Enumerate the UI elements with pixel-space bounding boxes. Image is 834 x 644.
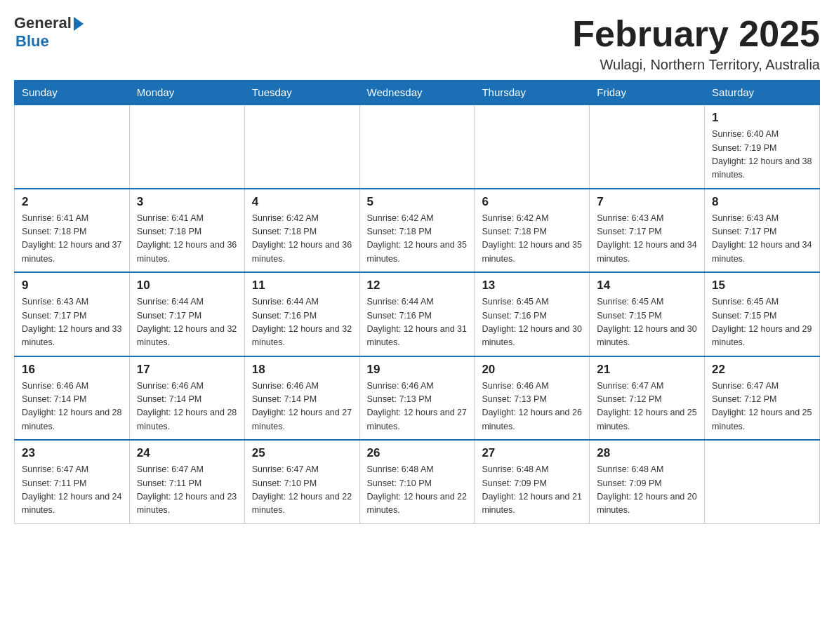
logo-general-text: General: [14, 14, 72, 32]
calendar-cell: 17Sunrise: 6:46 AM Sunset: 7:14 PM Dayli…: [129, 356, 244, 441]
calendar-week-row: 16Sunrise: 6:46 AM Sunset: 7:14 PM Dayli…: [15, 356, 820, 441]
calendar-cell: 20Sunrise: 6:46 AM Sunset: 7:13 PM Dayli…: [475, 356, 590, 441]
day-number: 24: [137, 446, 237, 460]
day-info: Sunrise: 6:48 AM Sunset: 7:09 PM Dayligh…: [597, 463, 697, 518]
day-info: Sunrise: 6:41 AM Sunset: 7:18 PM Dayligh…: [22, 212, 122, 267]
calendar-cell: 27Sunrise: 6:48 AM Sunset: 7:09 PM Dayli…: [475, 440, 590, 523]
day-number: 17: [137, 363, 237, 377]
calendar-cell: [244, 105, 359, 189]
day-info: Sunrise: 6:46 AM Sunset: 7:13 PM Dayligh…: [482, 380, 582, 434]
calendar-cell: 26Sunrise: 6:48 AM Sunset: 7:10 PM Dayli…: [359, 440, 475, 523]
calendar-cell: 1Sunrise: 6:40 AM Sunset: 7:19 PM Daylig…: [705, 105, 820, 189]
page-header: General Blue February 2025 Wulagi, North…: [14, 14, 820, 73]
day-info: Sunrise: 6:46 AM Sunset: 7:14 PM Dayligh…: [22, 380, 122, 434]
calendar-cell: [705, 440, 820, 523]
day-info: Sunrise: 6:44 AM Sunset: 7:16 PM Dayligh…: [252, 295, 352, 350]
calendar-cell: 16Sunrise: 6:46 AM Sunset: 7:14 PM Dayli…: [15, 356, 130, 441]
calendar-cell: 13Sunrise: 6:45 AM Sunset: 7:16 PM Dayli…: [475, 272, 590, 356]
calendar-cell: 28Sunrise: 6:48 AM Sunset: 7:09 PM Dayli…: [590, 440, 705, 523]
calendar-cell: [359, 105, 475, 189]
day-info: Sunrise: 6:46 AM Sunset: 7:14 PM Dayligh…: [137, 380, 237, 434]
day-number: 9: [22, 279, 122, 293]
calendar-week-row: 1Sunrise: 6:40 AM Sunset: 7:19 PM Daylig…: [15, 105, 820, 189]
day-number: 13: [482, 279, 582, 293]
calendar-cell: 2Sunrise: 6:41 AM Sunset: 7:18 PM Daylig…: [15, 189, 130, 273]
day-number: 26: [367, 446, 468, 460]
day-number: 1: [712, 111, 812, 125]
day-info: Sunrise: 6:45 AM Sunset: 7:16 PM Dayligh…: [482, 295, 582, 350]
day-number: 25: [252, 446, 352, 460]
day-number: 3: [137, 195, 237, 209]
calendar-cell: 25Sunrise: 6:47 AM Sunset: 7:10 PM Dayli…: [244, 440, 359, 523]
month-title: February 2025: [572, 14, 820, 54]
day-number: 23: [22, 446, 122, 460]
day-info: Sunrise: 6:48 AM Sunset: 7:09 PM Dayligh…: [482, 463, 582, 518]
calendar-cell: 11Sunrise: 6:44 AM Sunset: 7:16 PM Dayli…: [244, 272, 359, 356]
day-info: Sunrise: 6:47 AM Sunset: 7:10 PM Dayligh…: [252, 463, 352, 518]
day-number: 14: [597, 279, 697, 293]
logo-blue-text: Blue: [15, 32, 49, 51]
day-info: Sunrise: 6:45 AM Sunset: 7:15 PM Dayligh…: [712, 295, 812, 350]
day-info: Sunrise: 6:46 AM Sunset: 7:14 PM Dayligh…: [252, 380, 352, 434]
calendar-cell: 4Sunrise: 6:42 AM Sunset: 7:18 PM Daylig…: [244, 189, 359, 273]
day-info: Sunrise: 6:43 AM Sunset: 7:17 PM Dayligh…: [597, 212, 697, 267]
calendar-cell: 8Sunrise: 6:43 AM Sunset: 7:17 PM Daylig…: [705, 189, 820, 273]
calendar-cell: 14Sunrise: 6:45 AM Sunset: 7:15 PM Dayli…: [590, 272, 705, 356]
day-number: 27: [482, 446, 582, 460]
day-number: 12: [367, 279, 468, 293]
day-of-week-header: Saturday: [705, 81, 820, 105]
calendar-table: SundayMondayTuesdayWednesdayThursdayFrid…: [14, 80, 820, 524]
day-number: 6: [482, 195, 582, 209]
calendar-cell: 3Sunrise: 6:41 AM Sunset: 7:18 PM Daylig…: [129, 189, 244, 273]
day-number: 11: [252, 279, 352, 293]
day-info: Sunrise: 6:41 AM Sunset: 7:18 PM Dayligh…: [137, 212, 237, 267]
logo-arrow-icon: [74, 17, 84, 31]
day-info: Sunrise: 6:44 AM Sunset: 7:16 PM Dayligh…: [367, 295, 468, 350]
day-of-week-header: Thursday: [475, 81, 590, 105]
day-info: Sunrise: 6:47 AM Sunset: 7:11 PM Dayligh…: [137, 463, 237, 518]
day-number: 28: [597, 446, 697, 460]
calendar-cell: 5Sunrise: 6:42 AM Sunset: 7:18 PM Daylig…: [359, 189, 475, 273]
day-of-week-header: Monday: [129, 81, 244, 105]
calendar-cell: 23Sunrise: 6:47 AM Sunset: 7:11 PM Dayli…: [15, 440, 130, 523]
day-number: 21: [597, 363, 697, 377]
day-number: 2: [22, 195, 122, 209]
day-info: Sunrise: 6:42 AM Sunset: 7:18 PM Dayligh…: [367, 212, 468, 267]
calendar-cell: [590, 105, 705, 189]
calendar-week-row: 9Sunrise: 6:43 AM Sunset: 7:17 PM Daylig…: [15, 272, 820, 356]
day-number: 4: [252, 195, 352, 209]
calendar-cell: 19Sunrise: 6:46 AM Sunset: 7:13 PM Dayli…: [359, 356, 475, 441]
calendar-week-row: 23Sunrise: 6:47 AM Sunset: 7:11 PM Dayli…: [15, 440, 820, 523]
day-info: Sunrise: 6:46 AM Sunset: 7:13 PM Dayligh…: [367, 380, 468, 434]
day-info: Sunrise: 6:45 AM Sunset: 7:15 PM Dayligh…: [597, 295, 697, 350]
day-number: 7: [597, 195, 697, 209]
day-info: Sunrise: 6:43 AM Sunset: 7:17 PM Dayligh…: [22, 295, 122, 350]
day-info: Sunrise: 6:47 AM Sunset: 7:12 PM Dayligh…: [712, 380, 812, 434]
calendar-week-row: 2Sunrise: 6:41 AM Sunset: 7:18 PM Daylig…: [15, 189, 820, 273]
day-number: 8: [712, 195, 812, 209]
location-label: Wulagi, Northern Territory, Australia: [572, 57, 820, 73]
day-of-week-header: Tuesday: [244, 81, 359, 105]
calendar-cell: 10Sunrise: 6:44 AM Sunset: 7:17 PM Dayli…: [129, 272, 244, 356]
calendar-cell: 22Sunrise: 6:47 AM Sunset: 7:12 PM Dayli…: [705, 356, 820, 441]
calendar-cell: [475, 105, 590, 189]
day-number: 16: [22, 363, 122, 377]
day-info: Sunrise: 6:44 AM Sunset: 7:17 PM Dayligh…: [137, 295, 237, 350]
day-of-week-header: Sunday: [15, 81, 130, 105]
day-info: Sunrise: 6:42 AM Sunset: 7:18 PM Dayligh…: [482, 212, 582, 267]
day-info: Sunrise: 6:47 AM Sunset: 7:12 PM Dayligh…: [597, 380, 697, 434]
day-number: 15: [712, 279, 812, 293]
day-info: Sunrise: 6:48 AM Sunset: 7:10 PM Dayligh…: [367, 463, 468, 518]
day-info: Sunrise: 6:43 AM Sunset: 7:17 PM Dayligh…: [712, 212, 812, 267]
calendar-cell: 12Sunrise: 6:44 AM Sunset: 7:16 PM Dayli…: [359, 272, 475, 356]
day-info: Sunrise: 6:47 AM Sunset: 7:11 PM Dayligh…: [22, 463, 122, 518]
calendar-cell: 21Sunrise: 6:47 AM Sunset: 7:12 PM Dayli…: [590, 356, 705, 441]
calendar-cell: [15, 105, 130, 189]
day-info: Sunrise: 6:40 AM Sunset: 7:19 PM Dayligh…: [712, 128, 812, 182]
calendar-cell: [129, 105, 244, 189]
day-number: 18: [252, 363, 352, 377]
day-number: 5: [367, 195, 468, 209]
day-number: 22: [712, 363, 812, 377]
day-number: 10: [137, 279, 237, 293]
calendar-header-row: SundayMondayTuesdayWednesdayThursdayFrid…: [15, 81, 820, 105]
